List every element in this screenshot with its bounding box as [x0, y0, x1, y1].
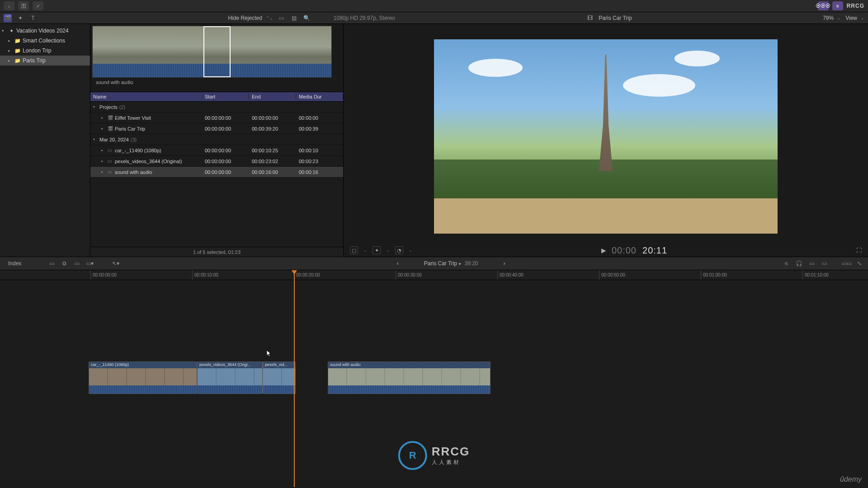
- timeline-clip[interactable]: pexels_videos_3644 (Origi...: [197, 361, 263, 394]
- sidebar-item-london[interactable]: ▸📁 London Trip: [0, 46, 90, 56]
- list-clip-row[interactable]: ▸▭sound with audio00:00:00:0000:00:16:00…: [90, 167, 343, 178]
- ruler-tick: 00:00:30:00: [396, 270, 422, 280]
- tl-right-1-icon[interactable]: ⎋: [782, 259, 790, 267]
- clip-thumbnails: [89, 368, 197, 386]
- timeline-clip[interactable]: car_-_11490 (1080p): [89, 361, 197, 394]
- viewer-canvas[interactable]: [344, 24, 868, 244]
- tl-tool-3-icon[interactable]: ▭: [73, 259, 81, 267]
- filmstrip-area[interactable]: sound with audio: [90, 24, 343, 92]
- search-icon[interactable]: 🔍: [303, 14, 311, 22]
- col-header-end[interactable]: End: [249, 94, 296, 99]
- media-library-icon[interactable]: 🎬: [4, 14, 12, 22]
- timeline-nav-next-icon[interactable]: ›: [504, 260, 505, 267]
- list-clip-row[interactable]: ▸▭pexels_videos_3644 (Original)00:00:00:…: [90, 156, 343, 167]
- timeline-nav-prev-icon[interactable]: ‹: [397, 260, 399, 267]
- timeline-clip[interactable]: sound with audio: [328, 361, 491, 394]
- mouse-cursor-icon: [267, 350, 272, 357]
- transform-tool-icon[interactable]: ▢: [350, 246, 358, 254]
- background-tasks-icon[interactable]: ✓: [33, 1, 43, 10]
- library-icon: ✦: [8, 28, 14, 34]
- library-row[interactable]: ▾✦ Vacation Videos 2024: [0, 26, 90, 36]
- viewer-frame: [434, 39, 778, 234]
- list-status: 1 of 5 selected, 01:23: [90, 247, 343, 257]
- sidebar-item-label: Smart Collections: [23, 38, 65, 44]
- import-icon[interactable]: ↓: [4, 1, 14, 10]
- filmstrip-view-icon[interactable]: ▭: [278, 14, 286, 22]
- library-sidebar: ▾✦ Vacation Videos 2024 ▸📁 Smart Collect…: [0, 24, 90, 257]
- playhead[interactable]: [294, 270, 295, 487]
- project-icon: 🎞: [586, 14, 594, 22]
- list-view-icon[interactable]: ▤: [290, 14, 298, 22]
- clip-thumbnails: [263, 368, 295, 386]
- format-label: 1080p HD 29.97p, Stereo: [334, 15, 395, 21]
- main-toolbar: 🎬 ✦ T Hide Rejected⌃⌄ ▭ ▤ 🔍 1080p HD 29.…: [0, 12, 868, 24]
- tl-right-4-icon[interactable]: ▭: [820, 259, 828, 267]
- col-header-dur[interactable]: Media Dur: [296, 94, 343, 99]
- fullscreen-icon[interactable]: ⛶: [856, 247, 862, 253]
- brand-bottom-right: ûdemy: [840, 475, 862, 483]
- folder-icon: 📁: [14, 57, 21, 64]
- enhance-tool-icon[interactable]: ✦: [373, 246, 381, 254]
- list-group-row[interactable]: ▾Mar 20, 2024 (3): [90, 134, 343, 145]
- timecode-display[interactable]: 00:00 20:11: [612, 245, 667, 256]
- tl-tool-4-icon[interactable]: ▭▾: [85, 259, 94, 267]
- viewer-pane: ▢⌄ ✦⌄ ◔⌄ ▶ 00:00 20:11 ⛶: [344, 24, 868, 257]
- zoom-menu[interactable]: 79%⌄: [823, 15, 841, 21]
- watermark-ring-icon: R: [398, 441, 427, 470]
- timeline-duration: 39:20: [465, 260, 478, 267]
- library-name: Vacation Videos 2024: [16, 28, 69, 34]
- list-clip-row[interactable]: ▸🎬Paris Car Trip00:00:00:0000:00:39:2000…: [90, 123, 343, 134]
- clip-label: car_-_11490 (1080p): [89, 362, 197, 368]
- view-menu[interactable]: View⌄: [845, 15, 864, 21]
- viewer-controls: ▢⌄ ✦⌄ ◔⌄ ▶ 00:00 20:11 ⛶: [344, 244, 868, 257]
- titles-icon[interactable]: T: [29, 14, 37, 22]
- timeline-ruler[interactable]: 00:00:00:0000:00:10:0000:00:20:0000:00:3…: [0, 270, 868, 280]
- ruler-tick: 00:00:10:00: [192, 270, 218, 280]
- list-clip-row[interactable]: ▸▭car_-_11490 (1080p)00:00:00:0000:00:10…: [90, 145, 343, 156]
- tower-graphic: [599, 55, 613, 171]
- ruler-tick: 00:00:40:00: [497, 270, 524, 280]
- filmstrip-clip[interactable]: [92, 26, 332, 78]
- retime-tool-icon[interactable]: ◔: [395, 246, 403, 254]
- col-header-start[interactable]: Start: [202, 94, 249, 99]
- tl-right-2-icon[interactable]: 🎧: [795, 259, 803, 267]
- clip-audio-waveform: [263, 385, 295, 394]
- clip-thumbnails: [328, 368, 490, 386]
- filmstrip-selection[interactable]: [203, 26, 231, 77]
- effects-icon[interactable]: ✦: [16, 14, 24, 22]
- share-options-icon[interactable]: ⦿⦿⦿: [818, 1, 829, 10]
- sidebar-item-label: Paris Trip: [23, 57, 46, 64]
- tl-tool-1-icon[interactable]: ▭: [47, 259, 56, 267]
- tl-tool-2-icon[interactable]: ⧉: [60, 259, 68, 267]
- tl-right-6-icon[interactable]: ⤡: [855, 259, 863, 267]
- watermark-text: RRCG: [432, 445, 470, 459]
- tl-right-5-icon[interactable]: ▭▭: [843, 259, 851, 267]
- filmstrip-clip-label: sound with audio: [92, 78, 341, 87]
- watermark-center: R RRCG 人人素材: [398, 441, 470, 470]
- clip-label: pexels_videos_3644 (Origi...: [198, 362, 262, 368]
- timeline-project-name[interactable]: Paris Car Trip ▾: [424, 260, 461, 267]
- timeline-toolbar: Index ▭ ⧉ ▭ ▭▾ ↖▾ ‹ Paris Car Trip ▾ 39:…: [0, 257, 868, 270]
- clip-label: sound with audio: [328, 362, 490, 368]
- clip-list[interactable]: ▾Projects (2)▸🎬Eiffel Tower Visit00:00:0…: [90, 102, 343, 247]
- play-icon[interactable]: ▶: [601, 247, 606, 254]
- list-clip-row[interactable]: ▸🎬Eiffel Tower Visit00:00:00:0000:00:00:…: [90, 113, 343, 123]
- select-tool-icon[interactable]: ↖▾: [112, 259, 120, 267]
- tl-right-3-icon[interactable]: ▭: [807, 259, 816, 267]
- col-header-name[interactable]: Name: [90, 94, 202, 99]
- browser-pane: sound with audio Name Start End Media Du…: [90, 24, 344, 257]
- sidebar-item-smart[interactable]: ▸📁 Smart Collections: [0, 36, 90, 46]
- brand-top-right: RRCG: [847, 3, 864, 9]
- watermark-sub: 人人素材: [432, 459, 470, 466]
- share-list-icon[interactable]: ≡: [832, 1, 843, 10]
- folder-icon: 📁: [14, 38, 21, 44]
- timeline-clip[interactable]: pexels_vid...: [263, 361, 296, 394]
- ruler-tick: 00:00:00:00: [90, 270, 117, 280]
- project-name: Paris Car Trip: [599, 15, 632, 21]
- clip-audio-waveform: [89, 385, 197, 394]
- keyword-icon[interactable]: ⚿: [18, 1, 29, 10]
- sidebar-item-paris[interactable]: ▸📁 Paris Trip: [0, 56, 90, 66]
- list-group-row[interactable]: ▾Projects (2): [90, 102, 343, 113]
- index-button[interactable]: Index: [5, 259, 25, 267]
- filter-menu[interactable]: Hide Rejected⌃⌄: [228, 15, 273, 21]
